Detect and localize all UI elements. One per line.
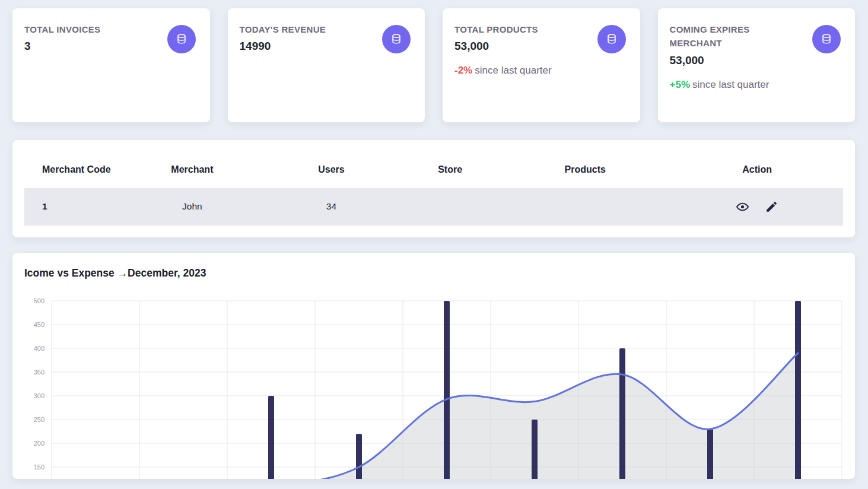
- chart-area: 500450400350300250200150100500: [24, 295, 843, 479]
- merchants-table: Merchant Code Merchant Users Store Produ…: [24, 152, 843, 226]
- svg-text:500: 500: [34, 297, 44, 304]
- stat-delta: -2%since last quarter: [454, 62, 584, 80]
- delta-text: since last quarter: [692, 79, 769, 90]
- stat-card-coming-expires-merchant: COMING EXPIRES MERCHANT 53,000 +5%since …: [658, 8, 856, 122]
- merchants-table-card: Merchant Code Merchant Users Store Produ…: [12, 140, 855, 237]
- header-users: Users: [262, 152, 401, 188]
- edit-pencil-icon[interactable]: [765, 200, 778, 214]
- cell-products: [499, 188, 671, 226]
- chart-title: Icome vs Expense →December, 2023: [24, 267, 843, 280]
- stat-cards-row: TOTAL INVOICES 3 TODAY'S REVENUE 14990 T: [12, 8, 855, 122]
- stat-value: 14990: [240, 40, 370, 53]
- stat-label: TOTAL PRODUCTS: [454, 23, 584, 36]
- header-store: Store: [401, 152, 500, 188]
- income-expense-chart-card: Icome vs Expense →December, 2023 5004504…: [12, 253, 855, 479]
- svg-text:250: 250: [34, 416, 44, 423]
- table-row: 1 John 34: [24, 188, 843, 226]
- stat-card-total-products: TOTAL PRODUCTS 53,000 -2%since last quar…: [443, 8, 640, 122]
- view-eye-icon[interactable]: [736, 200, 749, 214]
- header-merchant-code: Merchant Code: [24, 152, 123, 188]
- svg-text:450: 450: [34, 321, 44, 328]
- stat-label: TOTAL INVOICES: [24, 23, 154, 36]
- stat-delta: +5%since last quarter: [670, 77, 800, 94]
- cell-store: [401, 188, 500, 226]
- svg-text:150: 150: [34, 463, 44, 471]
- cell-merchant: John: [123, 188, 262, 226]
- coins-icon: [812, 25, 841, 53]
- stat-value: 3: [24, 40, 154, 53]
- cell-users: 34: [262, 188, 401, 226]
- table-header-row: Merchant Code Merchant Users Store Produ…: [24, 152, 843, 188]
- stat-label: COMING EXPIRES MERCHANT: [670, 23, 800, 50]
- delta-text: since last quarter: [475, 65, 551, 76]
- svg-text:300: 300: [34, 392, 44, 399]
- coins-icon: [382, 25, 411, 53]
- header-action: Action: [671, 152, 843, 188]
- stat-value: 53,000: [454, 40, 584, 53]
- cell-merchant-code: 1: [24, 188, 123, 226]
- stat-card-todays-revenue: TODAY'S REVENUE 14990: [228, 8, 425, 122]
- cell-actions: [671, 188, 843, 226]
- header-merchant: Merchant: [123, 152, 262, 188]
- stat-label: TODAY'S REVENUE: [240, 23, 370, 36]
- stat-value: 53,000: [670, 54, 800, 67]
- delta-percentage: +5%: [670, 79, 691, 90]
- svg-text:400: 400: [34, 345, 44, 352]
- header-products: Products: [499, 152, 671, 188]
- delta-percentage: -2%: [454, 65, 472, 76]
- coins-icon: [597, 25, 626, 53]
- svg-text:200: 200: [34, 440, 44, 447]
- svg-text:350: 350: [34, 369, 44, 376]
- stat-card-total-invoices: TOTAL INVOICES 3: [12, 8, 210, 122]
- income-expense-chart: 500450400350300250200150100500: [24, 295, 843, 479]
- coins-icon: [167, 25, 196, 53]
